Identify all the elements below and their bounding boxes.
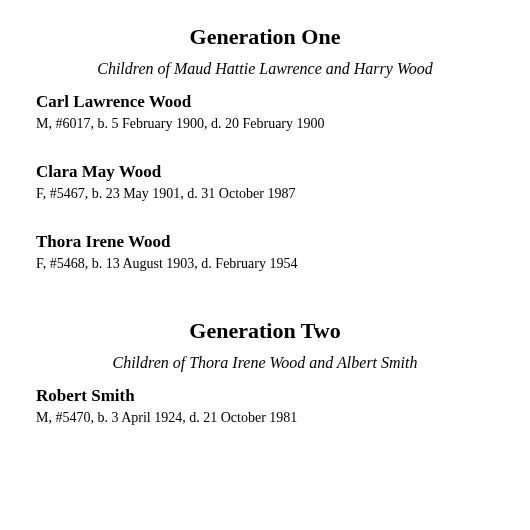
person-entry: Thora Irene WoodF, #5468, b. 13 August 1…	[36, 232, 494, 272]
person-detail: M, #5470, b. 3 April 1924, d. 21 October…	[36, 410, 494, 426]
person-entry: Robert SmithM, #5470, b. 3 April 1924, d…	[36, 386, 494, 426]
person-detail: F, #5467, b. 23 May 1901, d. 31 October …	[36, 186, 494, 202]
generation-title: Generation One	[36, 24, 494, 50]
person-name: Carl Lawrence Wood	[36, 92, 494, 112]
generation-subtitle: Children of Maud Hattie Lawrence and Har…	[36, 60, 494, 78]
person-name: Clara May Wood	[36, 162, 494, 182]
person-name: Thora Irene Wood	[36, 232, 494, 252]
person-detail: M, #6017, b. 5 February 1900, d. 20 Febr…	[36, 116, 494, 132]
generation-subtitle: Children of Thora Irene Wood and Albert …	[36, 354, 494, 372]
person-entry: Carl Lawrence WoodM, #6017, b. 5 Februar…	[36, 92, 494, 132]
generation-block: Generation TwoChildren of Thora Irene Wo…	[36, 318, 494, 426]
person-entry: Clara May WoodF, #5467, b. 23 May 1901, …	[36, 162, 494, 202]
generation-block: Generation OneChildren of Maud Hattie La…	[36, 24, 494, 272]
person-detail: F, #5468, b. 13 August 1903, d. February…	[36, 256, 494, 272]
generation-title: Generation Two	[36, 318, 494, 344]
person-name: Robert Smith	[36, 386, 494, 406]
